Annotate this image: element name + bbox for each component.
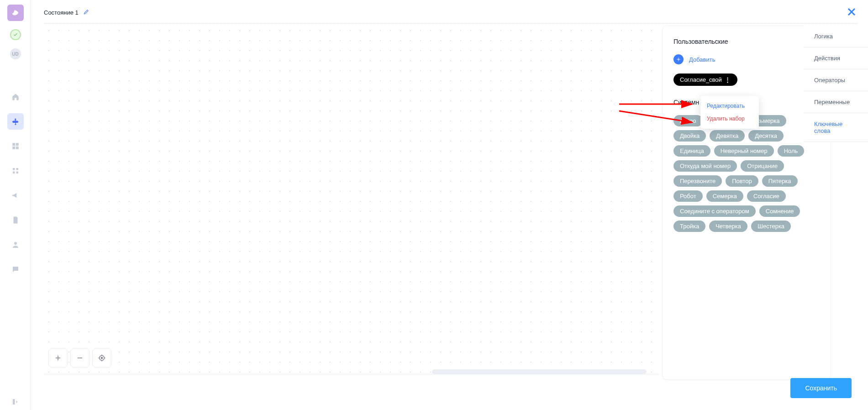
tab-0[interactable]: Логика [804,26,868,47]
ctx-delete[interactable]: Удалить набор [700,112,759,125]
system-tag[interactable]: Отрицание [741,160,784,172]
left-rail: UD [0,0,31,410]
context-menu: Редактировать Удалить набор [700,96,759,129]
system-tag[interactable]: Согласие [747,190,786,202]
system-tag[interactable]: Семерка [706,190,743,202]
system-tag[interactable]: Единица [673,145,710,157]
nav-megaphone[interactable] [7,187,24,204]
edit-title-icon[interactable] [83,9,89,17]
system-tag[interactable]: Робот [673,190,703,202]
nav-user[interactable] [7,237,24,253]
system-tag[interactable]: Автоо [673,115,703,126]
svg-point-1 [101,357,103,359]
canvas-tools [48,348,111,368]
tab-3[interactable]: Переменные [804,91,868,113]
zoom-in-button[interactable] [48,348,68,368]
state-title: Состояние 1 [44,9,79,16]
system-tag[interactable]: Неверный номер [714,145,774,157]
nav-blocks[interactable] [7,163,24,179]
system-tag[interactable]: Откуда мой номер [673,160,737,172]
zoom-out-button[interactable] [70,348,89,368]
ctx-edit[interactable]: Редактировать [700,100,759,112]
side-tabs: ЛогикаДействияОператорыПеременныеКлючевы… [804,26,868,142]
status-badge-check[interactable] [10,29,21,40]
system-tags: АвтоответчикВосьмеркаДвойкаДевяткаДесятк… [673,115,820,232]
system-tag[interactable]: Четверка [709,221,747,232]
nav-grid[interactable] [7,138,24,154]
tab-4[interactable]: Ключевые слова [804,113,868,142]
nav-flow[interactable] [7,113,24,130]
add-keyword-button[interactable]: Добавить [673,54,820,64]
user-tag-pill[interactable]: Согласие_свой ⋮ [673,74,737,86]
system-tag[interactable]: Сомнение [759,205,800,217]
nav-chat[interactable] [7,261,24,278]
close-icon[interactable] [846,6,857,19]
save-button[interactable]: Сохранить [790,378,852,398]
plus-icon [673,54,684,64]
app-logo[interactable] [7,5,24,21]
system-tag[interactable]: Тройка [673,221,705,232]
nav-fullscreen[interactable] [7,369,24,385]
nav-exit[interactable] [7,394,24,410]
user-badge[interactable]: UD [10,48,21,59]
user-tag-label: Согласие_свой [680,76,722,83]
system-tag[interactable]: Повтор [726,175,758,187]
tab-2[interactable]: Операторы [804,69,868,91]
nav-home[interactable] [7,89,24,105]
system-tag[interactable]: Пятерка [762,175,798,187]
system-tag[interactable]: Девятка [710,130,745,142]
system-tag[interactable]: Десятка [748,130,784,142]
system-tag[interactable]: Двойка [673,130,706,142]
system-tag[interactable]: Перезвоните [673,175,722,187]
canvas-h-scrollbar[interactable] [432,369,647,374]
add-label: Добавить [689,56,715,63]
user-section-title: Пользовательские [673,38,820,45]
header: Состояние 1 [44,7,857,24]
center-button[interactable] [92,348,111,368]
system-tag[interactable]: Шестерка [751,221,791,232]
tab-1[interactable]: Действия [804,47,868,69]
system-tag[interactable]: Соедините с оператором [673,205,756,217]
system-tag[interactable]: Ноль [778,145,805,157]
nav-doc[interactable] [7,212,24,228]
more-icon[interactable]: ⋮ [725,76,731,83]
canvas[interactable] [44,26,658,374]
